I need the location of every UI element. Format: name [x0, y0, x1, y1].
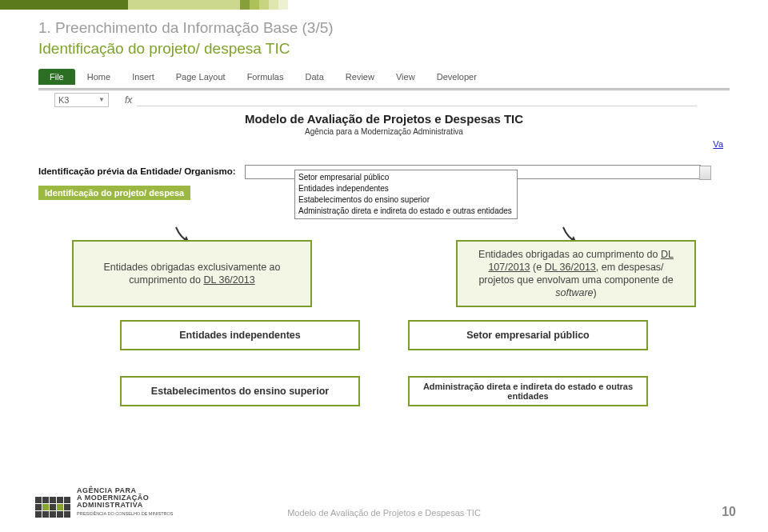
- tab-home[interactable]: Home: [78, 69, 120, 85]
- dropdown-options-list[interactable]: Setor empresarial público Entidades inde…: [294, 170, 518, 219]
- footer-caption: Modelo de Avaliação de Projetos e Despes…: [0, 508, 768, 518]
- box-entidades-independentes: Entidades independentes: [120, 320, 360, 350]
- tab-page-layout[interactable]: Page Layout: [166, 69, 235, 85]
- fx-label: fx: [125, 94, 132, 106]
- name-box[interactable]: K3 ▼: [54, 93, 109, 107]
- box-setor-empresarial: Setor empresarial público: [408, 320, 648, 350]
- chevron-down-icon: ▼: [98, 96, 105, 103]
- dropdown-option[interactable]: Estabelecimentos do ensino superior: [298, 194, 512, 206]
- slide-title: 1. Preenchimento da Informação Base (3/5…: [38, 19, 334, 37]
- excel-ribbon-screenshot: File Home Insert Page Layout Formulas Da…: [38, 69, 730, 106]
- dropdown-option[interactable]: Administração direta e indireta do estad…: [298, 206, 512, 217]
- info-box-dl36: Entidades obrigadas exclusivamente ao cu…: [72, 240, 312, 307]
- tab-data[interactable]: Data: [296, 69, 334, 85]
- tab-view[interactable]: View: [386, 69, 425, 85]
- tab-developer[interactable]: Developer: [427, 69, 486, 85]
- slide: 1. Preenchimento da Informação Base (3/5…: [0, 0, 768, 532]
- va-link[interactable]: Va: [713, 139, 723, 149]
- box-ensino-superior: Estabelecimentos do ensino superior: [120, 376, 360, 406]
- dropdown-option[interactable]: Setor empresarial público: [298, 172, 512, 183]
- slide-footer: AGÊNCIA PARA A MODERNIZAÇÃO ADMINISTRATI…: [0, 484, 768, 532]
- info-box-dl107: Entidades obrigadas ao cumprimento do DL…: [456, 240, 696, 307]
- box-administracao: Administração direta e indireta do estad…: [408, 376, 648, 406]
- section-heading: Identificação do projeto/ despesa: [38, 186, 190, 200]
- sheet-title: Modelo de Avaliação de Projetos e Despes…: [38, 112, 730, 126]
- file-tab[interactable]: File: [38, 69, 75, 85]
- tab-review[interactable]: Review: [336, 69, 384, 85]
- name-box-value: K3: [58, 95, 69, 105]
- slide-subtitle: Identificação do projeto/ despesa TIC: [38, 40, 334, 58]
- worksheet-area: Modelo de Avaliação de Projetos e Despes…: [38, 112, 730, 200]
- dropdown-option[interactable]: Entidades independentes: [298, 183, 512, 194]
- chevron-down-icon: [702, 170, 709, 174]
- formula-bar[interactable]: [137, 94, 697, 106]
- title-area: 1. Preenchimento da Informação Base (3/5…: [38, 19, 334, 58]
- tab-insert[interactable]: Insert: [122, 69, 164, 85]
- tab-formulas[interactable]: Formulas: [238, 69, 294, 85]
- top-color-strip: [0, 0, 768, 10]
- page-number: 10: [722, 505, 736, 519]
- sheet-subtitle: Agência para a Modernização Administrati…: [38, 127, 730, 136]
